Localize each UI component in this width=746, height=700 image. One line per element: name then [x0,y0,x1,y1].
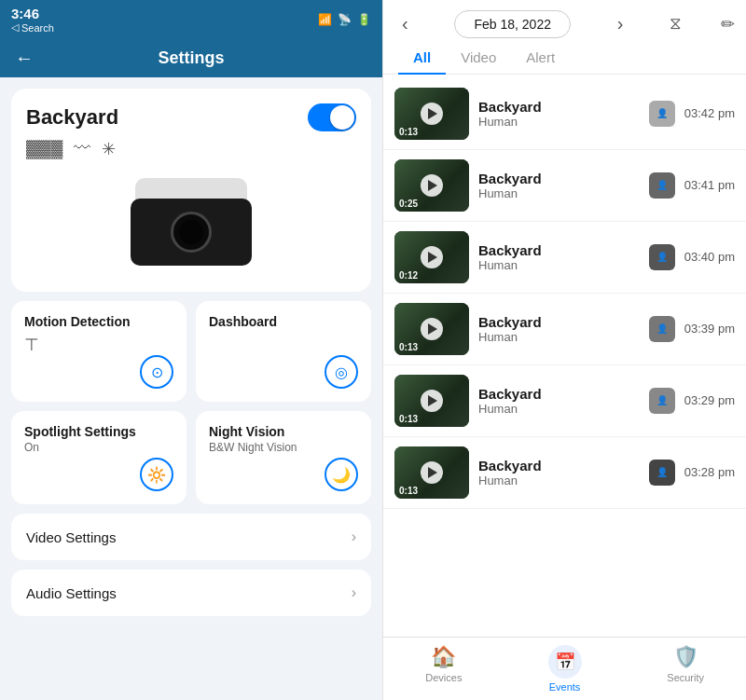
event-info: Backyard Human [478,314,640,344]
spotlight-light-icon: 🔆 [140,458,173,491]
right-panel: ‹ Feb 18, 2022 › ⧖ ✏ All Video Alert 0:1… [382,0,746,700]
home-icon: 🏠 [431,645,456,669]
nav-events-label: Events [549,681,581,693]
event-type: Human [478,330,640,344]
sensitivity-icon: ⊤ [24,335,173,355]
event-item[interactable]: 0:13 Backyard Human 👤 03:29 pm [383,365,746,437]
event-name: Backyard [478,314,640,330]
tab-video[interactable]: Video [446,42,511,75]
event-info: Backyard Human [478,171,640,200]
date-display: Feb 18, 2022 [454,10,571,38]
event-avatar: 👤 [649,101,675,127]
spotlight-settings-card[interactable]: Spotlight Settings On 🔆 [11,411,186,504]
night-moon-icon: 🌙 [325,458,358,491]
event-item[interactable]: 0:13 Backyard Human 👤 03:42 pm [383,78,746,150]
event-thumbnail: 0:12 [394,231,469,283]
play-button[interactable] [421,390,443,412]
event-name: Backyard [478,458,640,474]
bottom-nav: 🏠 Devices 📅 Events 🛡️ Security [383,637,746,700]
event-name: Backyard [478,171,640,186]
spotlight-title: Spotlight Settings [24,424,173,439]
brightness-icon: ✳ [102,139,116,159]
event-duration: 0:13 [399,486,418,496]
page-title: Settings [158,48,224,68]
spotlight-subtitle: On [24,441,173,454]
filter-icon[interactable]: ⧖ [670,14,682,34]
security-icon: 🛡️ [673,645,698,669]
event-tabs: All Video Alert [383,42,746,75]
motion-detection-card[interactable]: Motion Detection ⊤ ⊙ [11,301,186,402]
play-button[interactable] [421,461,443,484]
play-button[interactable] [421,174,443,197]
camera-illustration [121,171,261,273]
play-button[interactable] [421,318,443,340]
status-time: 3:46 [11,6,54,21]
wifi-icon: 📡 [338,13,352,26]
audio-settings-label: Audio Settings [26,585,117,601]
tab-all[interactable]: All [398,42,446,75]
night-vision-subtitle: B&W Night Vision [209,441,358,454]
nav-devices-label: Devices [425,672,462,683]
play-button[interactable] [421,246,443,268]
event-thumbnail: 0:13 [394,88,469,140]
motion-icon-wrap: ⊙ [24,355,173,389]
play-button[interactable] [421,103,443,125]
dashboard-gauge-icon: ◎ [325,355,358,389]
video-settings-label: Video Settings [26,529,116,545]
video-settings-chevron: › [352,528,356,545]
event-time: 03:29 pm [684,393,735,407]
event-type: Human [478,402,640,416]
event-time: 03:40 pm [684,250,735,264]
camera-card: Backyard ▓▓▓ 〰 ✳ [11,89,371,292]
event-item[interactable]: 0:13 Backyard Human 👤 03:28 pm [383,437,746,509]
feature-grid: Motion Detection ⊤ ⊙ Dashboard ◎ S [11,301,371,504]
night-vision-title: Night Vision [209,424,358,439]
event-item[interactable]: 0:13 Backyard Human 👤 03:39 pm [383,294,746,365]
date-nav-row: ‹ Feb 18, 2022 › ⧖ ✏ [383,0,746,42]
settings-body: Backyard ▓▓▓ 〰 ✳ [0,77,382,700]
camera-toggle[interactable] [308,103,356,131]
search-label[interactable]: Search [21,22,54,34]
nav-security[interactable]: 🛡️ Security [625,638,746,700]
audio-settings-item[interactable]: Audio Settings › [11,570,371,616]
event-avatar: 👤 [649,388,675,414]
event-info: Backyard Human [478,386,640,416]
event-time: 03:28 pm [684,465,735,479]
event-avatar: 👤 [649,244,675,270]
night-vision-icon-wrap: 🌙 [209,458,358,491]
event-info: Backyard Human [478,99,640,129]
events-list: 0:13 Backyard Human 👤 03:42 pm 0:25 Back… [383,78,746,638]
night-vision-card[interactable]: Night Vision B&W Night Vision 🌙 [196,411,371,504]
date-next-button[interactable]: › [610,9,631,38]
event-avatar: 👤 [649,460,675,486]
dashboard-card[interactable]: Dashboard ◎ [196,301,371,402]
back-button[interactable]: ← [15,48,34,69]
event-name: Backyard [478,242,640,258]
video-settings-item[interactable]: Video Settings › [11,514,371,560]
edit-icon[interactable]: ✏ [721,14,735,34]
event-name: Backyard [478,99,640,115]
app-header: ← Settings [0,39,382,77]
event-duration: 0:13 [399,414,418,424]
nav-devices[interactable]: 🏠 Devices [383,638,504,700]
event-thumbnail: 0:13 [394,446,469,499]
dashboard-title: Dashboard [209,314,358,329]
event-item[interactable]: 0:12 Backyard Human 👤 03:40 pm [383,222,746,294]
event-name: Backyard [478,386,640,402]
event-duration: 0:13 [399,127,418,137]
camera-top-row: Backyard [26,103,356,131]
battery-status-icon: ▓▓▓ [26,139,62,159]
signal-icon: 📶 [318,13,332,26]
spotlight-icon-wrap: 🔆 [24,458,173,491]
camera-image-area [26,171,356,273]
date-prev-button[interactable]: ‹ [394,9,416,38]
motion-detection-title: Motion Detection [24,314,173,329]
event-avatar: 👤 [649,316,675,342]
tab-alert[interactable]: Alert [511,42,570,75]
nav-events[interactable]: 📅 Events [504,638,626,700]
status-bar: 3:46 ◁ Search 📶 📡 🔋 [0,0,382,39]
event-avatar: 👤 [649,172,675,199]
event-duration: 0:12 [399,270,418,281]
camera-name: Backyard [26,105,118,130]
event-item[interactable]: 0:25 Backyard Human 👤 03:41 pm [383,150,746,222]
